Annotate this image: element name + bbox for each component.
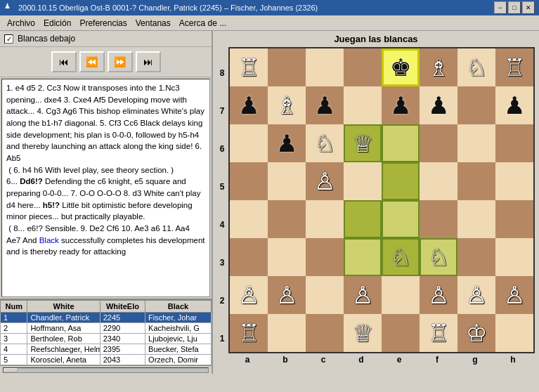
chess-square-b5[interactable] (268, 162, 306, 200)
maximize-button[interactable]: □ (508, 1, 521, 14)
piece-h2: ♙ (504, 283, 525, 307)
chess-square-f4[interactable] (420, 200, 457, 238)
file-label: e (380, 355, 418, 365)
menu-archivo[interactable]: Archivo (3, 17, 39, 30)
chess-square-c4[interactable] (306, 200, 344, 238)
chess-square-e8[interactable]: ♚ (382, 48, 420, 86)
chess-square-b3[interactable] (268, 238, 306, 276)
chess-square-e6[interactable] (382, 124, 420, 162)
chess-square-f5[interactable] (420, 162, 457, 200)
chess-square-d8[interactable] (344, 48, 382, 86)
chess-square-h6[interactable] (495, 124, 533, 162)
chess-square-a8[interactable]: ♖ (230, 48, 268, 86)
white-below-checkbox[interactable]: ✓ (4, 34, 13, 44)
chess-square-f1[interactable]: ♖ (420, 314, 457, 352)
chess-square-a5[interactable] (230, 162, 268, 200)
chess-square-e3[interactable]: ♘ (382, 238, 420, 276)
chess-square-f6[interactable] (420, 124, 457, 162)
chess-square-h5[interactable] (495, 162, 533, 200)
chess-square-c2[interactable] (306, 276, 344, 314)
chess-square-d4[interactable] (344, 200, 382, 238)
menu-acerca[interactable]: Acerca de ... (175, 17, 230, 30)
chess-square-g6[interactable] (457, 124, 495, 162)
chess-square-g8[interactable]: ♘ (457, 48, 495, 86)
board-and-files: ♖♚♗♘♖♟♗♟♟♟♟♟♘♕♙♘♘♙♙♙♙♙♙♖♕♖♔ abcdefgh (228, 47, 535, 365)
chess-square-a2[interactable]: ♙ (230, 276, 268, 314)
notation-area[interactable]: 1. e4 d5 2. Cc3 Now it transposes into t… (1, 79, 210, 297)
chess-square-h8[interactable]: ♖ (495, 48, 533, 86)
chess-square-e4[interactable] (382, 200, 420, 238)
file-label: h (494, 355, 532, 365)
chess-square-g2[interactable]: ♙ (457, 276, 495, 314)
chess-square-h1[interactable] (495, 314, 533, 352)
piece-g8: ♘ (466, 55, 487, 79)
chess-square-a3[interactable] (230, 238, 268, 276)
chess-square-f2[interactable]: ♙ (420, 276, 457, 314)
scrollbar-thumb[interactable] (4, 368, 18, 372)
chess-square-d1[interactable]: ♕ (344, 314, 382, 352)
col-num: Num (1, 301, 27, 313)
horizontal-scrollbar[interactable] (0, 365, 212, 374)
menu-edicion[interactable]: Edición (39, 17, 75, 30)
table-row[interactable]: 3Bertholee, Rob2340Ljubojevic, Lju (1, 334, 212, 344)
chess-square-c7[interactable]: ♟ (306, 86, 344, 124)
chess-square-a7[interactable]: ♟ (230, 86, 268, 124)
chess-square-f3[interactable]: ♘ (420, 238, 457, 276)
first-move-button[interactable]: ⏮ (51, 51, 77, 72)
chess-square-c5[interactable]: ♙ (306, 162, 344, 200)
chess-square-b4[interactable] (268, 200, 306, 238)
piece-b6: ♟ (276, 131, 297, 155)
chess-square-d6[interactable]: ♕ (344, 124, 382, 162)
title-bar: ♟ 2000.10.15 Oberliga Ost-B 0001-? Chand… (0, 0, 539, 15)
table-row[interactable]: 4Reefschlaeger, Helmut2395Buecker, Stefa (1, 344, 212, 355)
piece-f7: ♟ (428, 93, 449, 117)
table-row[interactable]: 1Chandler, Patrick2245Fischer, Johar (1, 313, 212, 323)
chess-square-g3[interactable] (457, 238, 495, 276)
menu-ventanas[interactable]: Ventanas (131, 17, 175, 30)
chess-square-a6[interactable] (230, 124, 268, 162)
chess-square-d7[interactable] (344, 86, 382, 124)
chess-square-b6[interactable]: ♟ (268, 124, 306, 162)
menu-preferencias[interactable]: Preferencias (75, 17, 131, 30)
chess-square-f8[interactable]: ♗ (420, 48, 457, 86)
chess-square-e5[interactable] (382, 162, 420, 200)
chess-square-b8[interactable] (268, 48, 306, 86)
close-button[interactable]: ✕ (522, 1, 535, 14)
chess-square-h2[interactable]: ♙ (495, 276, 533, 314)
table-row[interactable]: 2Hoffmann, Asa2290Kacheishvili, G (1, 323, 212, 334)
last-move-button[interactable]: ⏭ (136, 51, 161, 72)
chess-square-h3[interactable] (495, 238, 533, 276)
chess-square-g4[interactable] (457, 200, 495, 238)
chess-square-f7[interactable]: ♟ (420, 86, 457, 124)
rank-label: 3 (217, 244, 227, 282)
chess-square-c3[interactable] (306, 238, 344, 276)
chess-square-c1[interactable] (306, 314, 344, 352)
piece-d1: ♕ (352, 321, 373, 345)
chess-square-d2[interactable]: ♙ (344, 276, 382, 314)
chess-square-e2[interactable] (382, 276, 420, 314)
chess-square-a4[interactable] (230, 200, 268, 238)
chess-square-a1[interactable]: ♖ (230, 314, 268, 352)
rank-label: 7 (217, 92, 227, 130)
chess-square-g5[interactable] (457, 162, 495, 200)
chess-square-d5[interactable] (344, 162, 382, 200)
piece-e8: ♚ (390, 55, 411, 79)
chess-square-c6[interactable]: ♘ (306, 124, 344, 162)
chess-square-d3[interactable] (344, 238, 382, 276)
chess-square-b2[interactable]: ♙ (268, 276, 306, 314)
chess-square-h7[interactable]: ♟ (495, 86, 533, 124)
col-black: Black (145, 301, 212, 313)
table-row[interactable]: 5Korosciel, Aneta2043Orzech, Domir (1, 355, 212, 365)
chess-square-e7[interactable]: ♟ (382, 86, 420, 124)
next-move-button[interactable]: ⏩ (108, 51, 133, 72)
prev-move-button[interactable]: ⏪ (79, 51, 105, 72)
chess-square-e1[interactable] (382, 314, 420, 352)
minimize-button[interactable]: − (494, 1, 507, 14)
chess-square-b7[interactable]: ♗ (268, 86, 306, 124)
chess-square-c8[interactable] (306, 48, 344, 86)
chess-square-g1[interactable]: ♔ (457, 314, 495, 352)
chess-square-g7[interactable] (457, 86, 495, 124)
chess-square-h4[interactable] (495, 200, 533, 238)
col-whiteelo: WhiteElo (100, 301, 145, 313)
chess-square-b1[interactable] (268, 314, 306, 352)
